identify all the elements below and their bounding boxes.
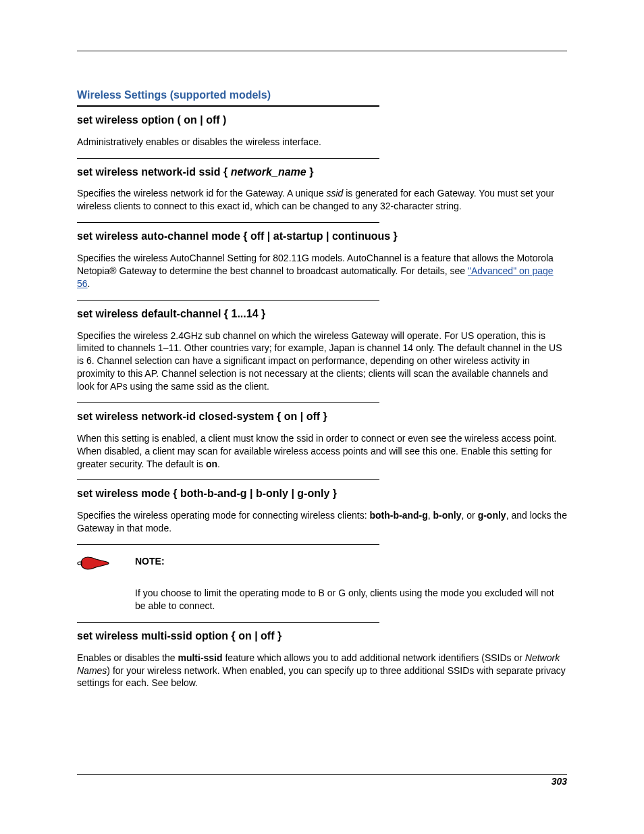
body-text-span: g-only (478, 510, 506, 521)
section-title: Wireless Settings (supported models) (77, 89, 567, 101)
body-text-span: , or (462, 510, 478, 521)
body-text: Specifies the wireless operating mode fo… (77, 509, 567, 535)
body-text: When this setting is enabled, a client m… (77, 432, 567, 471)
heading-text: set wireless network-id ssid { (77, 166, 231, 178)
body-text: Specifies the wireless AutoChannel Setti… (77, 252, 567, 290)
note-content: NOTE: If you choose to limit the operati… (135, 552, 567, 613)
divider (77, 479, 379, 480)
header-rule (77, 51, 567, 51)
body-text-span: . (88, 278, 90, 289)
body-text-span: Specifies the wireless operating mode fo… (77, 510, 369, 521)
command-heading: set wireless option ( on | off ) (77, 113, 567, 128)
body-text-span: feature which allows you to add addition… (223, 652, 525, 663)
footer-rule (77, 774, 567, 775)
heading-text: set wireless default-channel { 1...14 } (77, 308, 265, 319)
body-text: Specifies the wireless 2.4GHz sub channe… (77, 330, 567, 393)
divider (77, 300, 379, 301)
note-label: NOTE: (135, 556, 567, 567)
body-text-span: , (428, 510, 433, 521)
command-heading: set wireless auto-channel mode { off | a… (77, 230, 567, 244)
body-text-span: b-only (433, 510, 462, 521)
divider (77, 105, 379, 107)
body-text: Enables or disables the multi-ssid featu… (77, 652, 567, 690)
note-block: NOTE: If you choose to limit the operati… (77, 552, 567, 613)
body-text-span: . (217, 459, 220, 469)
page-footer: 303 (77, 774, 567, 787)
command-heading: set wireless default-channel { 1...14 } (77, 307, 567, 321)
command-heading: set wireless multi-ssid option { on | of… (77, 629, 567, 644)
body-text: Administratively enables or disables the… (77, 136, 567, 149)
heading-text: set wireless network-id closed-system { … (77, 411, 327, 422)
body-text-span: Administratively enables or disables the… (77, 136, 321, 147)
heading-text: } (306, 166, 314, 178)
body-text-span: both-b-and-g (369, 510, 427, 521)
divider (77, 158, 379, 159)
body-text-span: on (206, 459, 217, 469)
heading-text: set wireless option ( on | off ) (77, 114, 226, 126)
document-page: Wireless Settings (supported models) set… (0, 0, 644, 718)
page-number: 303 (77, 776, 567, 787)
command-heading: set wireless network-id ssid { network_n… (77, 165, 567, 180)
body-text-span: Enables or disables the (77, 652, 178, 663)
divider (77, 544, 379, 545)
body-text-span: ) for your wireless network. When enable… (77, 665, 566, 689)
pointing-hand-icon (77, 553, 113, 576)
divider (77, 402, 379, 403)
body-text-span: multi-ssid (178, 652, 222, 663)
body-text: Specifies the wireless network id for th… (77, 187, 567, 213)
heading-text: set wireless mode { both-b-and-g | b-onl… (77, 488, 337, 499)
heading-text: set wireless multi-ssid option { on | of… (77, 630, 281, 642)
body-text-span: Specifies the wireless 2.4GHz sub channe… (77, 330, 562, 392)
body-text-span: Specifies the wireless network id for th… (77, 188, 326, 199)
command-heading: set wireless mode { both-b-and-g | b-onl… (77, 487, 567, 501)
heading-text: network_name (231, 166, 306, 178)
body-text-span: When this setting is enabled, a client m… (77, 433, 556, 469)
divider (77, 622, 379, 623)
divider (77, 222, 379, 223)
note-text: If you choose to limit the operating mod… (135, 587, 567, 613)
body-text-span: ssid (326, 188, 343, 199)
items-container: set wireless option ( on | off )Administ… (77, 113, 567, 535)
heading-text: set wireless auto-channel mode { off | a… (77, 230, 398, 242)
after-note-section: set wireless multi-ssid option { on | of… (77, 629, 567, 689)
command-heading: set wireless network-id closed-system { … (77, 410, 567, 424)
